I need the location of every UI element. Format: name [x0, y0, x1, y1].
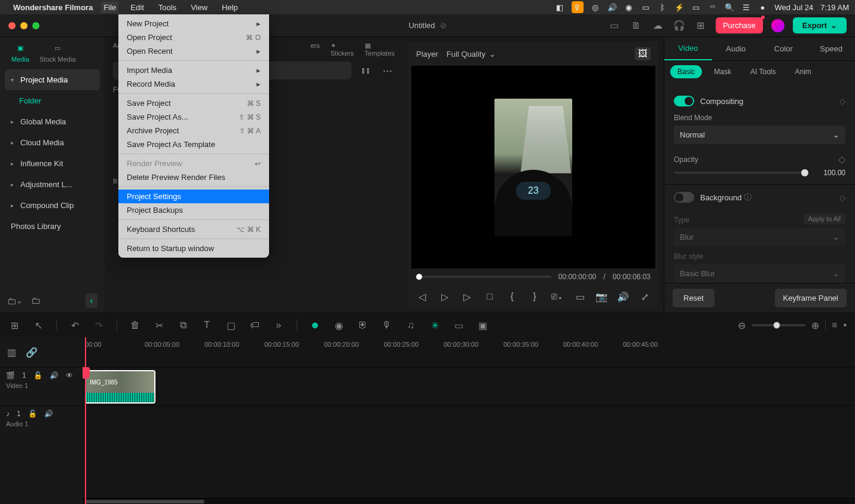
subtab-mask[interactable]: Mask — [707, 65, 738, 78]
slider-thumb[interactable] — [801, 169, 808, 176]
menu-edit[interactable]: Edit — [128, 2, 146, 13]
export-button[interactable]: Export⌄ — [793, 17, 847, 33]
grid-icon[interactable]: ⊞ — [694, 19, 707, 32]
menu-archive[interactable]: Archive Project⇧ ⌘ A — [118, 124, 269, 138]
prev-frame-icon[interactable]: ◁ — [416, 291, 428, 303]
zoom-slider[interactable] — [752, 324, 805, 326]
redo-icon[interactable]: ↷ — [93, 320, 105, 331]
quality-select[interactable]: Full Quality⌄ — [447, 50, 496, 59]
slider-thumb[interactable] — [773, 322, 780, 329]
sidebar-folder[interactable]: Folder — [5, 90, 100, 111]
playhead[interactable] — [85, 337, 86, 504]
video-track-lane[interactable]: IMG_1985 — [83, 367, 855, 405]
tab-color[interactable]: Color — [760, 37, 808, 60]
headphones-icon[interactable]: 🎧 — [673, 19, 686, 32]
cursor-icon[interactable]: ↖ — [32, 320, 44, 331]
video-clip[interactable]: IMG_1985 — [85, 370, 155, 404]
track-height-icon[interactable]: ≡ — [832, 320, 837, 331]
menu-view[interactable]: View — [188, 2, 210, 13]
new-folder-icon[interactable]: 🗀₊ — [7, 295, 22, 307]
screen-icon[interactable]: ▭ — [691, 2, 701, 12]
cut-icon[interactable]: ✂ — [153, 320, 165, 331]
player-viewport[interactable] — [411, 66, 655, 268]
menu-import-media[interactable]: Import Media▸ — [118, 63, 269, 77]
bluetooth-icon[interactable]: ᛒ — [658, 2, 667, 12]
audio-track-lane[interactable] — [83, 405, 855, 444]
keyframe-panel-button[interactable]: Keyframe Panel — [775, 289, 847, 307]
more-icon[interactable]: » — [273, 320, 285, 331]
layout-icon[interactable]: ▭ — [608, 19, 621, 32]
crop-icon[interactable]: ⧉ — [177, 320, 189, 331]
grammarly-icon[interactable]: ◉ — [624, 2, 634, 12]
mic-recording-icon[interactable]: 🎙 — [572, 1, 584, 13]
volume-icon[interactable]: 🔊 — [617, 291, 629, 303]
user-avatar[interactable] — [771, 19, 784, 32]
search-icon[interactable]: 🔍 — [725, 2, 734, 12]
menu-project-settings[interactable]: Project Settings — [118, 190, 269, 203]
keyframe-icon[interactable]: ◇ — [839, 193, 845, 202]
fullscreen-icon[interactable]: ⤢ — [639, 291, 651, 303]
menu-tools[interactable]: Tools — [156, 2, 179, 13]
ai-icon[interactable]: ☻ — [309, 320, 321, 331]
minimize-button[interactable] — [20, 22, 28, 29]
reset-button[interactable]: Reset — [673, 289, 714, 307]
sidebar-global-media[interactable]: ▸Global Media — [5, 111, 100, 132]
scrub-handle[interactable] — [416, 274, 422, 280]
tab-effects-partial[interactable]: ers — [310, 42, 319, 57]
scrub-track[interactable] — [416, 276, 551, 278]
sidebar-compound-clip[interactable]: ▸Compound Clip — [5, 195, 100, 216]
link-icon[interactable]: 🔗 — [26, 347, 38, 358]
video-track-header[interactable]: 🎬1🔓🔊👁 Video 1 — [0, 367, 83, 405]
blend-mode-select[interactable]: Normal⌄ — [674, 126, 845, 144]
cloud-icon[interactable]: ☁ — [651, 19, 664, 32]
mute-icon[interactable]: 🔊 — [50, 371, 59, 380]
stop-icon[interactable]: □ — [484, 291, 496, 302]
subtab-anim[interactable]: Anim — [787, 65, 818, 78]
mute-icon[interactable]: 🔊 — [44, 410, 53, 418]
cloud-sync-icon[interactable]: ⊘ — [440, 21, 447, 30]
zoom-out-icon[interactable]: ⊖ — [738, 320, 746, 331]
timeline-scrollbar[interactable] — [83, 498, 855, 504]
display-icon[interactable]: ▭ — [641, 2, 651, 12]
apply-to-all-button[interactable]: Apply to All — [804, 213, 845, 224]
subtab-ai[interactable]: AI Tools — [743, 65, 783, 78]
frame-icon[interactable]: ▣ — [477, 320, 488, 331]
tab-stock-media[interactable]: ▭Stock Media — [39, 41, 76, 63]
keyframe-icon[interactable]: ◇ — [839, 97, 845, 106]
shape-icon[interactable]: ▢ — [225, 320, 237, 331]
control-center-icon[interactable]: ☰ — [741, 2, 751, 12]
mic-icon[interactable]: 🎙 — [381, 320, 393, 331]
subtab-basic[interactable]: Basic — [670, 65, 702, 78]
mark-out-icon[interactable]: } — [529, 291, 541, 302]
delete-icon[interactable]: 🗑 — [129, 320, 141, 331]
folder-icon[interactable]: 🗀 — [31, 295, 41, 306]
maximize-button[interactable] — [32, 22, 39, 29]
menu-open-recent[interactable]: Open Recent▸ — [118, 44, 269, 58]
menu-save-as[interactable]: Save Project As...⇧ ⌘ S — [118, 110, 269, 124]
eye-icon[interactable]: 👁 — [66, 371, 73, 380]
collapse-sidebar-button[interactable]: ‹ — [86, 294, 97, 308]
filter-icon[interactable]: ⫾⫾ — [359, 63, 373, 78]
tray-icon[interactable]: ◧ — [555, 2, 564, 12]
more-icon[interactable]: ⋯ — [380, 63, 395, 78]
menu-save-project[interactable]: Save Project⌘ S — [118, 96, 269, 110]
tab-video[interactable]: Video — [664, 37, 712, 60]
menubar-date[interactable]: Wed Jul 24 — [775, 3, 814, 12]
record-icon[interactable]: ▭ — [453, 320, 465, 331]
settings-icon[interactable]: • — [843, 320, 847, 331]
compositing-toggle[interactable] — [674, 96, 694, 106]
grid-icon[interactable]: ⊞ — [8, 320, 20, 331]
menu-delete-render[interactable]: Delete Preview Render Files — [118, 170, 269, 184]
tab-media[interactable]: ▣Media — [6, 41, 35, 63]
color-wheel-icon[interactable]: ◉ — [333, 320, 345, 331]
menu-keyboard-shortcuts[interactable]: Keyboard Shortcuts⌥ ⌘ K — [118, 222, 269, 236]
play-icon[interactable]: ▷ — [461, 291, 473, 303]
tab-stickers[interactable]: ✦Stickers — [331, 42, 354, 57]
magnet-icon[interactable]: ✳ — [429, 320, 441, 331]
zoom-in-icon[interactable]: ⊕ — [811, 320, 819, 331]
tab-speed[interactable]: Speed — [807, 37, 855, 60]
keyframe-icon[interactable]: ◇ — [838, 154, 845, 165]
scrollbar-thumb[interactable] — [85, 500, 204, 503]
lock-icon[interactable]: 🔓 — [33, 371, 42, 380]
lock-icon[interactable]: 🔓 — [28, 410, 37, 418]
